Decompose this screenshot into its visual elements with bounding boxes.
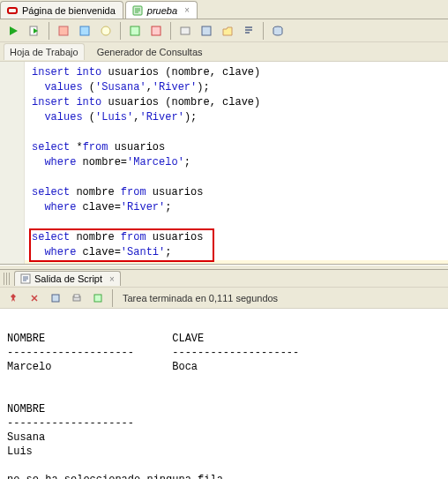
close-icon[interactable]: × (109, 274, 115, 284)
db-button[interactable] (268, 21, 287, 41)
svg-rect-6 (131, 26, 139, 35)
toolbar-separator (170, 22, 171, 40)
print-button[interactable] (67, 288, 86, 308)
save-output-button[interactable] (46, 288, 65, 308)
svg-rect-7 (152, 26, 161, 35)
toolbar-separator (120, 22, 121, 40)
editor-gutter (0, 62, 25, 264)
toolbar-separator (112, 289, 113, 307)
pin-button[interactable] (4, 288, 23, 308)
toolbar-separator (49, 22, 49, 40)
svg-rect-15 (94, 295, 101, 302)
drag-handle-icon[interactable] (4, 273, 11, 285)
clear-output-button[interactable] (25, 288, 44, 308)
main-toolbar (0, 19, 448, 42)
sql-editor[interactable]: insert into usuarios (nombre, clave) val… (0, 62, 448, 265)
svg-rect-4 (80, 26, 89, 35)
tab-label: Salida de Script (34, 273, 102, 284)
save-button[interactable] (197, 21, 216, 41)
worksheet-icon (131, 4, 144, 17)
export-button[interactable] (88, 288, 108, 308)
toolbar-separator (263, 22, 264, 40)
output-tabs: Salida de Script × (0, 270, 448, 288)
clear-button[interactable] (175, 21, 195, 41)
explain-button[interactable] (54, 21, 73, 41)
format-button[interactable] (239, 21, 258, 41)
run-script-button[interactable] (25, 21, 44, 41)
oracle-icon (6, 4, 19, 17)
script-output[interactable]: NOMBRE CLAVE -------------------- ------… (0, 309, 448, 479)
svg-rect-9 (202, 26, 211, 35)
svg-rect-14 (74, 295, 79, 297)
file-tabs: Página de bienvenida prueba × (0, 0, 448, 19)
svg-rect-8 (181, 27, 190, 34)
run-button[interactable] (4, 21, 23, 41)
svg-rect-3 (59, 26, 68, 35)
commit-button[interactable] (125, 21, 145, 41)
tab-prueba[interactable]: prueba × (125, 1, 198, 19)
subtab-worksheet[interactable]: Hoja de Trabajo (4, 43, 85, 60)
close-icon[interactable]: × (184, 5, 190, 15)
tab-welcome[interactable]: Página de bienvenida (0, 1, 123, 19)
code-area[interactable]: insert into usuarios (nombre, clave) val… (25, 62, 448, 264)
tab-label: prueba (147, 5, 177, 16)
svg-rect-12 (52, 295, 59, 302)
tab-script-output[interactable]: Salida de Script × (14, 271, 121, 286)
autotrace-button[interactable] (75, 21, 94, 41)
svg-point-5 (101, 26, 110, 35)
rollback-button[interactable] (146, 21, 166, 41)
script-output-icon (20, 273, 31, 284)
worksheet-tabs: Hoja de Trabajo Generador de Consultas (0, 42, 448, 62)
subtab-querybuilder[interactable]: Generador de Consultas (92, 44, 208, 60)
tab-label: Página de bienvenida (22, 5, 116, 16)
sql-tune-button[interactable] (96, 21, 116, 41)
output-toolbar: Tarea terminada en 0,111 segundos (0, 288, 448, 309)
svg-rect-0 (8, 8, 17, 13)
open-button[interactable] (218, 21, 237, 41)
status-text: Tarea terminada en 0,111 segundos (123, 293, 278, 303)
